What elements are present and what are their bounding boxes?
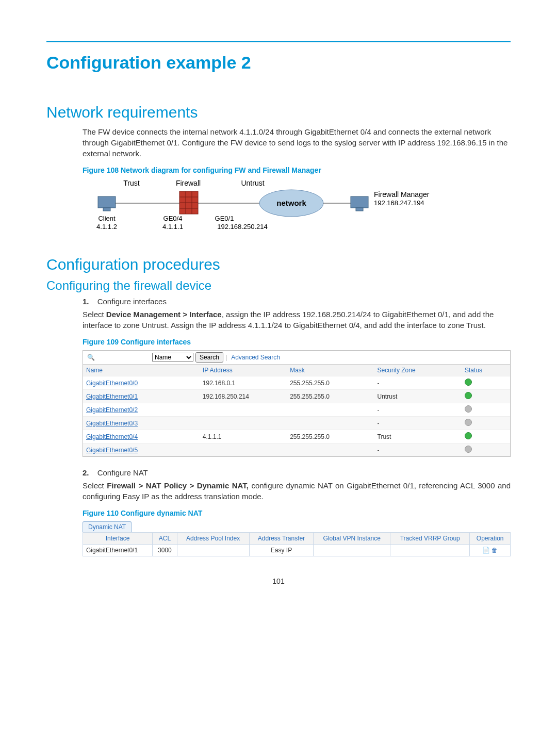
figure-110-caption: Figure 110 Configure dynamic NAT [83,509,511,517]
section-config-proc: Configuration procedures [46,256,511,273]
interface-link[interactable]: GigabitEthernet0/4 [86,433,138,440]
step-2-number: 2. [83,468,89,477]
svg-rect-0 [98,196,116,208]
figure-108-caption: Figure 108 Network diagram for configuri… [83,166,511,174]
interface-link[interactable]: GigabitEthernet0/2 [86,406,138,414]
firewall-icon [179,191,198,214]
nat-row-acl: 3000 [153,545,177,556]
page-title: Configuration example 2 [46,53,511,73]
interface-link[interactable]: GigabitEthernet0/5 [86,447,138,454]
status-indicator [465,379,472,386]
nat-col-vrrp: Tracked VRRP Group [390,533,470,545]
table-row: GigabitEthernet0/3- [83,417,510,430]
nat-col-acl: ACL [153,533,177,545]
dynamic-nat-table: Interface ACL Address Pool Index Address… [83,532,511,556]
search-button[interactable]: Search [195,352,223,363]
nat-row: GigabitEthernet0/1 3000 Easy IP 📄 🗑 [83,545,511,556]
step-1-number: 1. [83,297,89,306]
subsection-config-fw: Configuring the firewall device [46,278,511,293]
col-mask[interactable]: Mask [287,365,374,376]
network-diagram: Trust Firewall Untrust [83,178,444,240]
ge04-label: GE0/4 [163,215,183,222]
interface-table-screenshot: 🔍 Name Search | Advanced Search Name IP … [83,350,511,457]
interface-table: Name IP Address Mask Security Zone Statu… [83,365,510,456]
table-row: GigabitEthernet0/2- [83,403,510,417]
page-number: 101 [46,577,511,585]
nat-row-pool [177,545,249,556]
status-indicator [465,392,472,399]
client-icon [98,196,116,211]
step-2-paragraph: Select Firewall > NAT Policy > Dynamic N… [83,480,511,502]
section-network-req: Network requirements [46,104,511,121]
nat-row-interface: GigabitEthernet0/1 [83,545,153,556]
firewall-manager-icon [351,196,368,211]
col-zone[interactable]: Security Zone [374,365,462,376]
nat-row-vrrp [390,545,470,556]
status-indicator [465,432,472,439]
col-status[interactable]: Status [462,365,510,376]
interface-link[interactable]: GigabitEthernet0/0 [86,380,138,387]
step-2-label: Configure NAT [97,468,148,477]
svg-rect-12 [356,208,363,211]
ge01-ip: 192.168.250.214 [217,223,268,231]
svg-rect-11 [351,196,368,208]
step-1: 1. Configure interfaces [83,297,511,306]
nat-row-xfer: Easy IP [249,545,314,556]
svg-rect-1 [103,208,110,211]
nat-col-pool: Address Pool Index [177,533,249,545]
step-1-paragraph: Select Device Management > Interface, as… [83,309,511,331]
interface-link[interactable]: GigabitEthernet0/1 [86,393,138,400]
delete-icon[interactable]: 🗑 [492,547,498,554]
status-indicator [465,405,472,413]
table-row: GigabitEthernet0/0192.168.0.1255.255.255… [83,376,510,390]
table-row: GigabitEthernet0/1192.168.250.214255.255… [83,390,510,403]
step-2: 2. Configure NAT [83,468,511,477]
edit-icon[interactable]: 📄 [482,547,490,554]
client-label: Client [98,215,116,222]
nat-row-vpn [314,545,390,556]
nat-col-interface: Interface [83,533,153,545]
interface-link[interactable]: GigabitEthernet0/3 [86,420,138,427]
client-ip: 4.1.1.2 [96,223,117,231]
nat-col-op: Operation [470,533,511,545]
col-name[interactable]: Name [83,365,200,376]
diagram-firewall-label: Firewall [176,179,201,187]
figure-109-caption: Figure 109 Configure interfaces [83,338,511,346]
col-ip[interactable]: IP Address [200,365,287,376]
ge01-label: GE0/1 [215,215,234,222]
firewall-manager-label: Firewall Manager [374,190,430,199]
nat-col-xfer: Address Transfer [249,533,314,545]
dynamic-nat-screenshot: Dynamic NAT Interface ACL Address Pool I… [83,521,511,556]
nat-col-vpn: Global VPN Instance [314,533,390,545]
status-indicator [465,446,472,453]
search-field-select[interactable]: Name [152,353,193,362]
dynamic-nat-tab[interactable]: Dynamic NAT [83,521,132,532]
ge04-ip: 4.1.1.1 [162,223,183,231]
network-label: network [276,199,306,207]
step-1-label: Configure interfaces [97,297,167,306]
table-row: GigabitEthernet0/5- [83,443,510,457]
top-rule [46,41,511,42]
search-icon: 🔍 [85,354,96,361]
advanced-search-link[interactable]: Advanced Search [231,354,280,361]
table-row: GigabitEthernet0/44.1.1.1255.255.255.0Tr… [83,430,510,443]
firewall-manager-ip: 192.168.247.194 [374,199,424,207]
status-indicator [465,419,472,426]
diagram-untrust-label: Untrust [241,179,264,187]
diagram-trust-label: Trust [123,179,139,187]
network-req-paragraph: The FW device connects the internal netw… [83,126,511,159]
